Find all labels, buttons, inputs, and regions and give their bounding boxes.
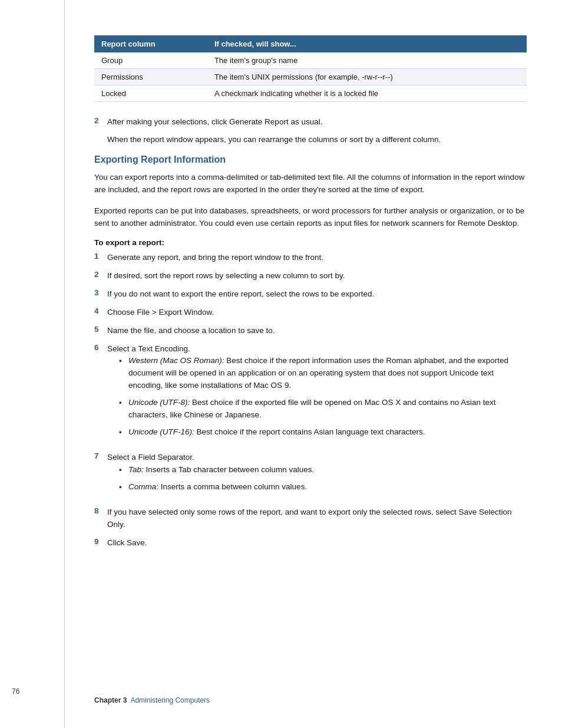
table-cell-2-0: Locked <box>94 85 207 102</box>
step-3-text: If you do not want to export the entire … <box>107 289 374 298</box>
step-4-content: Choose File > Export Window. <box>107 307 214 319</box>
bullet-dot: • <box>119 481 128 493</box>
page-number: 76 <box>12 687 19 696</box>
table-header-col2: If checked, will show... <box>207 35 527 52</box>
bullet-term: Unicode (UTF-16): <box>128 427 194 436</box>
bullet-dot: • <box>119 464 128 476</box>
left-margin: 76 <box>0 0 65 728</box>
table-cell-1-1: The item's UNIX permissions (for example… <box>207 69 527 85</box>
bullet-dot: • <box>119 426 128 439</box>
step-2-content: If desired, sort the report rows by sele… <box>107 270 345 282</box>
bullet-item: •Tab: Inserts a Tab character between co… <box>119 464 314 476</box>
section-intro1: You can export reports into a comma-deli… <box>94 171 527 196</box>
step-5-number: 5 <box>94 325 107 334</box>
step-9-number: 9 <box>94 537 107 546</box>
bullet-dot: • <box>119 355 128 367</box>
step-7-number: 7 <box>94 452 107 460</box>
step-4-text: Choose File > Export Window. <box>107 308 214 317</box>
step-4-number: 4 <box>94 307 107 315</box>
step-7-bullets: •Tab: Inserts a Tab character between co… <box>119 464 314 493</box>
step-3-content: If you do not want to export the entire … <box>107 288 374 301</box>
step-1-item: 1Generate any report, and bring the repo… <box>94 252 527 264</box>
step-2-number: 2 <box>94 116 107 125</box>
bullet-term: Unicode (UTF-8): <box>128 398 190 407</box>
step-1-content: Generate any report, and bring the repor… <box>107 252 323 264</box>
step-2-item: 2 After making your selections, click Ge… <box>94 116 527 146</box>
step-3-number: 3 <box>94 288 107 297</box>
step-6-text: Select a Text Encoding. <box>107 344 190 353</box>
step-3-item: 3If you do not want to export the entire… <box>94 288 527 301</box>
table-cell-2-1: A checkmark indicating whether it is a l… <box>207 85 527 102</box>
step-8-text: If you have selected only some rows of t… <box>107 508 512 529</box>
step-6-item: 6Select a Text Encoding.•Western (Mac OS… <box>94 343 527 446</box>
bullet-text: Unicode (UTF-16): Best choice if the rep… <box>128 426 425 439</box>
steps-container: 1Generate any report, and bring the repo… <box>94 252 527 549</box>
step-7-text: Select a Field Separator. <box>107 453 194 462</box>
step-4-item: 4Choose File > Export Window. <box>94 307 527 319</box>
step-8-number: 8 <box>94 506 107 515</box>
step-7-content: Select a Field Separator.•Tab: Inserts a… <box>107 452 314 500</box>
step-2-text: After making your selections, click Gene… <box>107 117 322 126</box>
step-2-item: 2If desired, sort the report rows by sel… <box>94 270 527 282</box>
step-6-bullets: •Western (Mac OS Roman): Best choice if … <box>119 355 527 439</box>
section-title: Exporting Report Information <box>94 154 527 165</box>
bullet-text: Tab: Inserts a Tab character between col… <box>128 464 314 476</box>
step-9-item: 9Click Save. <box>94 537 527 549</box>
content-area: Report column If checked, will show... G… <box>65 0 562 728</box>
step-8-item: 8If you have selected only some rows of … <box>94 506 527 531</box>
step-6-content: Select a Text Encoding.•Western (Mac OS … <box>107 343 527 446</box>
table-cell-0-0: Group <box>94 52 207 69</box>
table-cell-1-0: Permissions <box>94 69 207 85</box>
table-cell-0-1: The item's group's name <box>207 52 527 69</box>
bullet-dot: • <box>119 397 128 409</box>
bullet-item: •Western (Mac OS Roman): Best choice if … <box>119 355 527 392</box>
step-9-content: Click Save. <box>107 537 147 549</box>
bullet-item: •Comma: Inserts a comma between column v… <box>119 481 314 493</box>
footer-chapter: Chapter 3 Administering Computers <box>94 696 210 704</box>
table-row: LockedA checkmark indicating whether it … <box>94 85 527 102</box>
step-6-number: 6 <box>94 343 107 352</box>
step-8-content: If you have selected only some rows of t… <box>107 506 527 531</box>
footer-bar: Chapter 3 Administering Computers <box>65 696 562 704</box>
export-label: To export a report: <box>94 238 527 247</box>
footer-chapter-name[interactable]: Administering Computers <box>130 696 210 704</box>
step-1-text: Generate any report, and bring the repor… <box>107 253 323 262</box>
bullet-term: Western (Mac OS Roman): <box>128 356 224 365</box>
step-5-text: Name the file, and choose a location to … <box>107 326 275 335</box>
table-row: PermissionsThe item's UNIX permissions (… <box>94 69 527 85</box>
report-table: Report column If checked, will show... G… <box>94 35 527 102</box>
page-container: 76 Report column If checked, will show..… <box>0 0 562 728</box>
bullet-item: •Unicode (UTF-16): Best choice if the re… <box>119 426 527 439</box>
bullet-text: Unicode (UTF-8): Best choice if the expo… <box>128 397 527 421</box>
bullet-term: Comma: <box>128 482 158 491</box>
step-7-item: 7Select a Field Separator.•Tab: Inserts … <box>94 452 527 500</box>
step-5-content: Name the file, and choose a location to … <box>107 325 275 337</box>
bullet-text: Comma: Inserts a comma between column va… <box>128 481 307 493</box>
table-row: GroupThe item's group's name <box>94 52 527 69</box>
section-intro2: Exported reports can be put into databas… <box>94 205 527 230</box>
bullet-text: Western (Mac OS Roman): Best choice if t… <box>128 355 527 392</box>
step-5-item: 5Name the file, and choose a location to… <box>94 325 527 337</box>
step-2-number: 2 <box>94 270 107 279</box>
table-header-row: Report column If checked, will show... <box>94 35 527 52</box>
footer-chapter-label: Chapter 3 <box>94 696 127 704</box>
step-9-text: Click Save. <box>107 538 147 547</box>
step-2-detail: When the report window appears, you can … <box>107 133 441 146</box>
step-2-text: If desired, sort the report rows by sele… <box>107 271 345 280</box>
bullet-item: •Unicode (UTF-8): Best choice if the exp… <box>119 397 527 421</box>
table-header-col1: Report column <box>94 35 207 52</box>
bullet-term: Tab: <box>128 465 144 474</box>
step-1-number: 1 <box>94 252 107 261</box>
